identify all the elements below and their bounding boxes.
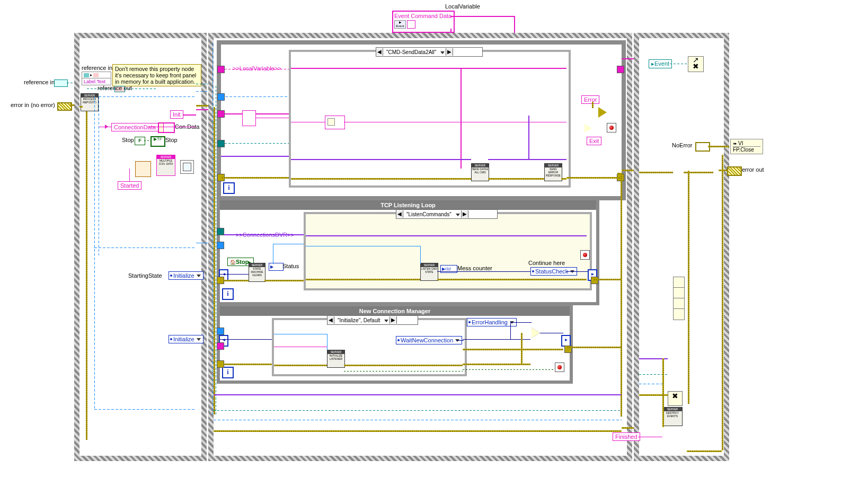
wire — [566, 347, 622, 348]
initialize-ring-2[interactable]: Initialize — [169, 335, 203, 343]
listen-cmd-state-subvi[interactable]: SERVER LISTEN CMD STATE — [420, 263, 438, 281]
wire — [437, 271, 530, 272]
wire — [274, 347, 327, 347]
tcp-case: ◀ "ListenCommands" ▶ SERVER LISTEN CMD S… — [304, 212, 592, 290]
wire — [94, 247, 196, 248]
error-in-terminal — [57, 102, 72, 111]
case-dropdown-icon[interactable] — [455, 211, 461, 217]
exit-label: Exit — [587, 137, 601, 145]
wire — [488, 159, 566, 160]
inv-l2: FP.Close — [733, 146, 760, 153]
cluster-const-icon — [325, 116, 345, 129]
local-variable-loop: ◀ "CMD-SendData2All" ▶ SERVER SEND DATA2… — [217, 40, 626, 200]
error-handling-ring[interactable]: ErrorHandling — [467, 318, 517, 326]
wire — [463, 349, 563, 350]
continue-here-label: Continue here — [528, 260, 565, 266]
tunnel — [217, 342, 224, 350]
wire — [144, 140, 150, 141]
wire — [722, 170, 723, 450]
subvi-body: STATE MACHINE GUARD — [249, 267, 265, 277]
wire — [684, 172, 713, 173]
close-reference-icon[interactable]: ✖ — [668, 391, 683, 406]
error-out-label: error out — [742, 166, 764, 173]
error-in-label: error in (no error) — [11, 102, 55, 108]
tcp-listening-loop: TCP Listening Loop ◀ "ListenCommands" ▶ … — [217, 197, 599, 305]
con-data-local[interactable] — [158, 122, 175, 133]
wire — [129, 169, 130, 181]
wire — [528, 116, 529, 160]
tunnel — [591, 277, 598, 284]
case-dropdown-icon[interactable] — [383, 317, 389, 323]
case-dropdown-icon[interactable] — [439, 49, 446, 55]
initialize-listener-subvi[interactable]: SERVER INITIALIZE LISTENER — [327, 350, 345, 368]
loop-stop-terminal — [607, 123, 616, 132]
select-icon — [532, 328, 540, 338]
stop-text: Stop — [236, 259, 249, 265]
wire — [291, 159, 471, 160]
send-error-response-subvi[interactable]: SERVER SEND ERROR RESPONSE — [544, 163, 562, 181]
subvi-body: PROCESS REPOSITO — [81, 98, 98, 104]
subvi-body: LISTEN CMD STATE — [421, 267, 438, 273]
merge-errors-icon — [673, 298, 685, 310]
reference-in-label: reference in — [24, 79, 55, 85]
wire — [221, 69, 289, 69]
case-value: "Initialize", Default — [334, 317, 383, 323]
case-prev-icon[interactable]: ◀ — [376, 48, 383, 56]
local-variable-case: ◀ "CMD-SendData2All" ▶ SERVER SEND DATA2… — [289, 50, 571, 188]
vi-fp-close-invoke[interactable]: ➠VI FP.Close — [730, 139, 763, 154]
case-selector[interactable]: ◀ "CMD-SendData2All" ▶ — [376, 47, 483, 57]
wire — [461, 68, 462, 169]
wire — [540, 333, 563, 333]
case-selector[interactable]: ◀ "Initialize", Default ▶ — [327, 315, 418, 325]
property-node[interactable]: ▸ Label.Text — [82, 72, 111, 85]
destroy-events-subvi[interactable]: SERVER DESTROY EVENTS — [662, 407, 683, 426]
wire — [639, 172, 673, 173]
server-multiple-con-data-subvi[interactable]: SERVER MULTIPLE CON. DATA — [156, 155, 175, 176]
server-process-repo-subvi[interactable]: SERVER PROCESS REPOSITO — [81, 93, 99, 111]
wire — [639, 384, 662, 384]
subvi-hdr: SERVER — [663, 408, 682, 411]
wire — [463, 364, 530, 365]
case-selector[interactable]: ◀ "ListenCommands" ▶ — [396, 209, 498, 219]
wire — [291, 68, 566, 69]
dvr-ref-icon[interactable] — [180, 160, 194, 174]
new-connection-manager-loop: New Connection Manager ◀ "Initialize", D… — [217, 303, 573, 384]
wire — [99, 96, 196, 97]
dropdown-icon[interactable] — [197, 338, 201, 341]
wire — [86, 111, 87, 440]
status-indicator: ▶ — [269, 263, 284, 271]
subvi-body: DESTROY EVENTS — [663, 411, 682, 418]
case-prev-icon[interactable]: ◀ — [396, 210, 403, 218]
dropdown-icon[interactable] — [197, 275, 201, 277]
tunnel — [217, 66, 225, 73]
tunnel — [617, 66, 624, 73]
no-error-label: NoError — [672, 142, 693, 148]
wire — [688, 171, 689, 404]
merge-errors-icon — [673, 308, 685, 320]
wire — [450, 29, 451, 33]
tunnel — [217, 328, 224, 335]
case-next-icon[interactable]: ▶ — [389, 316, 397, 324]
wire — [463, 369, 555, 370]
wire — [463, 339, 530, 340]
inv-l1: VI — [738, 140, 743, 146]
tunnel — [217, 360, 224, 368]
iteration-terminal: i — [222, 367, 234, 378]
subvi-body: SEND DATA2 ALL CMD — [472, 167, 489, 174]
case-next-icon[interactable]: ▶ — [446, 48, 453, 56]
ring-value: ErrorHandling — [472, 319, 508, 325]
bundle-icon[interactable] — [135, 161, 151, 177]
wire — [99, 96, 99, 255]
stop-local-var[interactable]: ▶TF — [150, 136, 165, 147]
false-constant[interactable]: F — [135, 137, 145, 145]
wire — [510, 322, 511, 339]
note-l2: it's necessary to keep front panel — [115, 72, 196, 78]
wait-new-connection-ring[interactable]: WaitNewConnection — [396, 336, 462, 344]
initialize-ring-1[interactable]: Initialize — [169, 271, 203, 280]
case-next-icon[interactable]: ▶ — [461, 210, 468, 218]
case-prev-icon[interactable]: ◀ — [327, 316, 334, 324]
destroy-user-event-icon[interactable]: ↗✖ — [688, 56, 704, 72]
state-machine-guard-subvi[interactable]: SERVER STATE MACHINE GUARD — [249, 263, 265, 282]
loop-stop-terminal — [580, 250, 590, 260]
send-data2all-subvi[interactable]: SERVER SEND DATA2 ALL CMD — [471, 163, 489, 181]
